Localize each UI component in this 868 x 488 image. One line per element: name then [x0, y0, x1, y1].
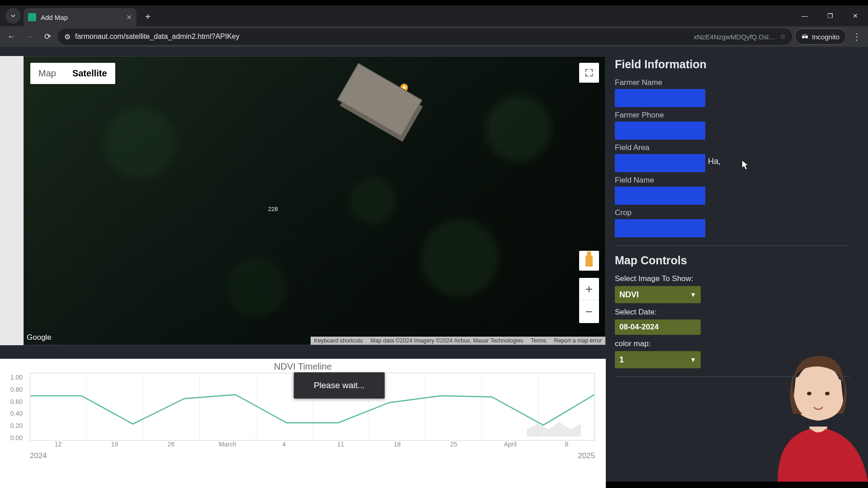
browser-menu-button[interactable]: ⋮ [849, 31, 864, 42]
map-left-gutter [0, 56, 24, 345]
chart-y-axis: 1.00 0.80 0.60 0.40 0.20 0.00 [5, 374, 23, 441]
xtick: 19 [111, 441, 118, 448]
map-pin-icon [400, 84, 408, 94]
farmer-name-value [615, 89, 705, 107]
satellite-map[interactable]: Map Satellite Amulet Estate 228 [24, 56, 606, 345]
reload-button[interactable]: ⟳ [40, 29, 55, 44]
zoom-out-button[interactable]: − [579, 300, 599, 323]
xtick: March [219, 441, 236, 448]
window-close-button[interactable]: ✕ [843, 5, 868, 26]
browser-tab[interactable]: Add Map ✕ [24, 8, 137, 26]
xtick: 4 [283, 441, 286, 448]
svg-point-2 [807, 392, 811, 395]
map-fullscreen-button[interactable] [579, 63, 599, 83]
ytick: 1.00 [5, 374, 23, 381]
image-type-value: NDVI [619, 290, 639, 300]
chart-x-axis: 121926March4111825April8 [30, 441, 595, 451]
ytick: 0.40 [5, 410, 23, 417]
field-information-heading: Field Information [615, 58, 841, 71]
fullscreen-icon [584, 68, 594, 78]
browser-toolbar: ← → ⟳ ⚙ farmonaut.com/satellite_data_adm… [0, 26, 868, 47]
map-place-marker[interactable]: Amulet Estate [355, 84, 408, 94]
field-name-label: Field Name [615, 176, 841, 185]
farmer-phone-value [615, 122, 705, 140]
map-report-link[interactable]: Report a map error [550, 337, 605, 345]
farmer-name-label: Farmer Name [615, 78, 841, 87]
ndvi-chart-panel: NDVI Timeline 1.00 0.80 0.60 0.40 0.20 0… [0, 359, 606, 488]
window-controls: — ❐ ✕ [792, 5, 868, 26]
incognito-indicator[interactable]: 🕶 Incognito [795, 28, 846, 45]
favicon-icon [28, 13, 36, 21]
chevron-down-icon: ▼ [690, 356, 696, 363]
chevron-down-icon: ▼ [690, 291, 696, 298]
svg-point-3 [825, 392, 830, 395]
select-date-label: Select Date: [615, 308, 841, 317]
tab-title: Add Map [41, 14, 68, 21]
zoom-in-button[interactable]: + [579, 278, 599, 300]
window-minimize-button[interactable]: — [792, 5, 817, 26]
pegman-icon [585, 255, 593, 267]
back-button[interactable]: ← [4, 29, 19, 44]
tab-search-button[interactable] [5, 8, 21, 23]
map-terms-link[interactable]: Terms [527, 337, 550, 345]
xtick: 12 [55, 441, 62, 448]
sidebar-divider [615, 245, 850, 246]
incognito-label: Incognito [812, 33, 840, 41]
address-bar[interactable]: ⚙ farmonaut.com/satellite_data_admin2.ht… [58, 28, 792, 45]
ytick: 0.20 [5, 422, 23, 429]
select-image-label: Select Image To Show: [615, 274, 841, 283]
xtick: 8 [565, 441, 569, 448]
year-end: 2025 [578, 451, 595, 460]
field-area-value [615, 154, 705, 172]
streetview-pegman-button[interactable] [579, 251, 599, 271]
xtick: 26 [168, 441, 175, 448]
farmer-phone-label: Farmer Phone [615, 111, 841, 120]
maptype-satellite-button[interactable]: Satellite [64, 63, 115, 84]
new-tab-button[interactable]: + [141, 10, 155, 23]
map-data-attribution: Map data ©2024 Imagery ©2024 Airbus, Max… [367, 337, 527, 345]
chart-title: NDVI Timeline [5, 359, 601, 373]
marker-label: Amulet Estate [355, 85, 397, 93]
image-type-select[interactable]: NDVI ▼ [615, 286, 701, 303]
xtick: 25 [450, 441, 458, 448]
url-tail: xNzE4NzgwMDQyfQ.Dsl… [693, 33, 775, 41]
google-logo: Google [27, 333, 52, 342]
field-area-label: Field Area [615, 143, 841, 152]
chart-year-axis: 2024 2025 [30, 451, 595, 465]
presenter-avatar [750, 346, 868, 482]
tab-close-button[interactable]: ✕ [126, 13, 132, 22]
xtick: 11 [337, 441, 344, 448]
colormap-value: 1 [619, 355, 624, 365]
field-area-unit: Ha, [708, 157, 721, 166]
date-value: 08-04-2024 [619, 323, 659, 332]
field-name-value [615, 187, 705, 205]
loading-toast: Please wait... [294, 372, 385, 399]
crop-label: Crop [615, 208, 841, 217]
svg-point-0 [403, 86, 406, 89]
ytick: 0.80 [5, 386, 23, 393]
crop-value [615, 219, 705, 237]
incognito-icon: 🕶 [802, 33, 808, 41]
map-keyboard-shortcuts-link[interactable]: Keyboard shortcuts [311, 337, 367, 345]
map-parcel-label: 228 [268, 206, 278, 212]
window-maximize-button[interactable]: ❐ [817, 5, 843, 26]
ytick: 0.60 [5, 398, 23, 405]
site-settings-icon[interactable]: ⚙ [64, 33, 71, 41]
maptype-map-button[interactable]: Map [30, 63, 64, 84]
browser-tabstrip: Add Map ✕ + — ❐ ✕ [0, 5, 868, 26]
map-controls-heading: Map Controls [615, 254, 841, 267]
xtick: 18 [394, 441, 401, 448]
map-attribution: Keyboard shortcuts Map data ©2024 Imager… [311, 337, 605, 345]
date-select[interactable]: 08-04-2024 [615, 319, 701, 335]
colormap-select[interactable]: 1 ▼ [615, 351, 701, 368]
xtick: April [504, 441, 516, 448]
ytick: 0.00 [5, 434, 23, 441]
map-type-switch: Map Satellite [30, 63, 115, 84]
forward-button[interactable]: → [22, 29, 37, 44]
year-start: 2024 [30, 451, 47, 460]
bookmark-star-icon[interactable]: ☆ [780, 33, 786, 41]
map-zoom-control: + − [579, 278, 599, 323]
url-text: farmonaut.com/satellite_data_admin2.html… [75, 33, 240, 41]
